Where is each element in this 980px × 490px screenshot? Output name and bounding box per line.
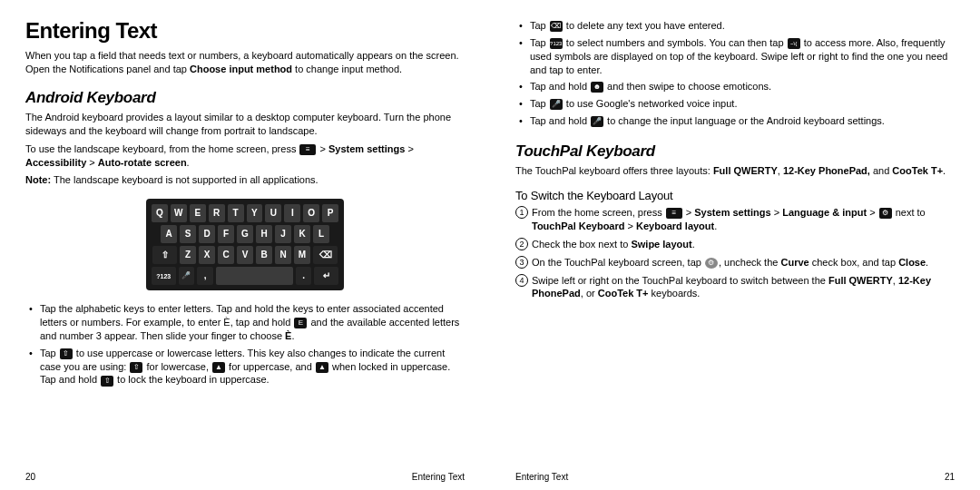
shift-icon: ⇧ bbox=[60, 348, 73, 359]
keyboard-row: ⇧ Z X C V B N M ⌫ bbox=[152, 246, 338, 264]
bold-text: Accessibility bbox=[25, 157, 86, 168]
text: , uncheck the bbox=[719, 257, 781, 268]
text: Tap and hold bbox=[530, 115, 590, 126]
key: R bbox=[209, 204, 225, 222]
mic-icon: 🎤 bbox=[550, 99, 563, 110]
key: Q bbox=[152, 204, 168, 222]
intro-paragraph: When you tap a field that needs text or … bbox=[25, 49, 465, 76]
bold-text: Language & input bbox=[782, 207, 867, 218]
bold-text: Choose input method bbox=[190, 64, 292, 74]
key: J bbox=[275, 225, 291, 243]
key: I bbox=[284, 204, 300, 222]
bold-text: System settings bbox=[694, 207, 770, 218]
shift-lock-icon: ▲ bbox=[316, 362, 328, 373]
list-item: Tap ⌫ to delete any text you have entere… bbox=[515, 19, 955, 33]
page-left: Entering Text When you tap a field that … bbox=[0, 0, 490, 490]
key: X bbox=[199, 246, 215, 264]
key: Y bbox=[247, 204, 263, 222]
key: P bbox=[322, 204, 338, 222]
mic-key: 🎤 bbox=[179, 267, 195, 285]
key-icon: E bbox=[294, 318, 307, 328]
list-item: Tap ⇧ to use uppercase or lowercase lett… bbox=[25, 347, 465, 387]
key: F bbox=[218, 225, 234, 243]
bold-text: System settings bbox=[328, 143, 405, 154]
shift-outline-icon: ⇧ bbox=[130, 362, 142, 373]
bold-text: Keyboard layout bbox=[636, 220, 714, 231]
enter-key: ↵ bbox=[314, 267, 338, 285]
settings-slider-icon: ⚙ bbox=[879, 208, 892, 219]
text: and then swipe to choose emoticons. bbox=[604, 81, 771, 92]
text: Check the box next to bbox=[532, 239, 631, 250]
text: for uppercase, and bbox=[226, 361, 315, 372]
period-key: . bbox=[296, 267, 312, 285]
text: check box, and tap bbox=[809, 257, 898, 268]
section-heading: Android Keyboard bbox=[25, 88, 465, 109]
symbols-key: ?123 bbox=[152, 267, 176, 285]
key: L bbox=[313, 225, 329, 243]
page-right: Tap ⌫ to delete any text you have entere… bbox=[490, 0, 980, 490]
text: Tap bbox=[530, 98, 549, 109]
key: G bbox=[237, 225, 253, 243]
text: The TouchPal keyboard offers three layou… bbox=[515, 165, 713, 176]
text: to use Google's networked voice input. bbox=[564, 98, 738, 109]
keyboard-row: ?123 🎤 , . ↵ bbox=[152, 267, 338, 285]
page-footer-title: Entering Text bbox=[515, 471, 568, 484]
note-paragraph: Note: The landscape keyboard is not supp… bbox=[25, 173, 465, 187]
keyboard-row: Q W E R T Y U I O P bbox=[152, 204, 338, 222]
list-item: From the home screen, press ≡ > System s… bbox=[515, 206, 955, 233]
text: to select numbers and symbols. You can t… bbox=[564, 37, 787, 48]
symbols-icon: ?123 bbox=[550, 38, 563, 49]
bold-text: CooTek T+ bbox=[892, 165, 943, 176]
delete-icon: ⌫ bbox=[550, 21, 563, 32]
bold-text: Full QWERTY bbox=[713, 165, 778, 176]
text: to change the input language or the Andr… bbox=[604, 115, 885, 126]
text: On the TouchPal keyboard screen, tap bbox=[532, 257, 704, 268]
text: . bbox=[291, 330, 294, 341]
key: C bbox=[218, 246, 234, 264]
bold-text: Swipe layout bbox=[631, 239, 691, 250]
key: A bbox=[161, 225, 177, 243]
numbered-list: From the home screen, press ≡ > System s… bbox=[515, 206, 955, 305]
text: Swipe left or right on the TouchPal keyb… bbox=[532, 275, 828, 286]
key: H bbox=[256, 225, 272, 243]
key: T bbox=[228, 204, 244, 222]
shift-filled-icon: ▲ bbox=[212, 362, 225, 373]
section-heading: TouchPal Keyboard bbox=[515, 142, 955, 162]
key: O bbox=[303, 204, 319, 222]
emoticon-icon: ☻ bbox=[591, 82, 603, 93]
paragraph: The TouchPal keyboard offers three layou… bbox=[515, 164, 955, 178]
note-label: Note: bbox=[25, 174, 51, 185]
bold-text: Close bbox=[898, 257, 926, 268]
key: Z bbox=[180, 246, 196, 264]
list-item: On the TouchPal keyboard screen, tap ⚙, … bbox=[515, 256, 955, 270]
list-item: Check the box next to Swipe layout. bbox=[515, 238, 955, 251]
text: next to bbox=[893, 207, 926, 218]
key: N bbox=[275, 246, 291, 264]
bold-text: Curve bbox=[780, 257, 808, 268]
page-number: 20 bbox=[25, 471, 35, 484]
paragraph: To use the landscape keyboard, from the … bbox=[25, 142, 465, 170]
key: D bbox=[199, 225, 215, 243]
text: Tap bbox=[40, 348, 59, 358]
key: M bbox=[294, 246, 310, 264]
subsection-heading: To Switch the Keyboard Layout bbox=[515, 188, 955, 204]
page-title: Entering Text bbox=[25, 16, 465, 45]
list-item: Tap and hold ☻ and then swipe to choose … bbox=[515, 80, 955, 93]
space-key bbox=[216, 267, 293, 285]
text: To use the landscape keyboard, from the … bbox=[25, 143, 299, 154]
key: U bbox=[265, 204, 281, 222]
gear-icon: ⚙ bbox=[705, 258, 718, 269]
comma-key: , bbox=[197, 267, 213, 285]
page-footer-title: Entering Text bbox=[412, 471, 465, 484]
shift-icon: ⇧ bbox=[101, 376, 113, 387]
page-number: 21 bbox=[945, 471, 955, 484]
mic-icon: 🎤 bbox=[591, 116, 603, 127]
text: for lowercase, bbox=[143, 361, 211, 372]
key: B bbox=[256, 246, 272, 264]
list-item: Swipe left or right on the TouchPal keyb… bbox=[515, 274, 955, 301]
text: Tap bbox=[530, 20, 549, 31]
key: E bbox=[190, 204, 206, 222]
text: Tap bbox=[530, 37, 549, 48]
keyboard-row: A S D F G H J K L bbox=[152, 225, 338, 243]
text: Tap and hold bbox=[530, 81, 590, 92]
